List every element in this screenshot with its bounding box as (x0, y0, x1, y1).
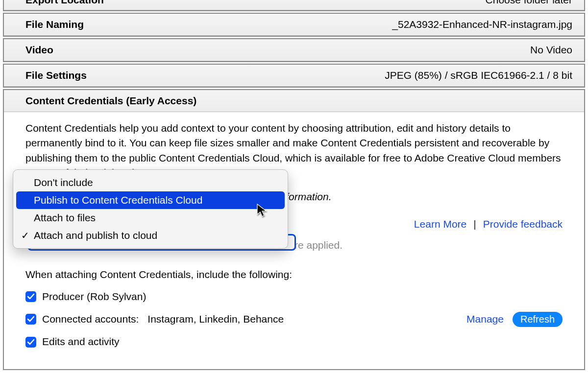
panel-export-location: Export Location Choose folder later (3, 0, 585, 11)
edits-activity-label: Edits and activity (42, 334, 120, 349)
check-icon (27, 293, 35, 301)
panel-video: Video No Video (3, 38, 585, 62)
connected-accounts-value: Instagram, Linkedin, Behance (147, 312, 284, 326)
connected-accounts-label: Connected accounts: (42, 312, 139, 326)
panel-header-export-location[interactable]: Export Location Choose folder later (4, 0, 584, 10)
checkbox-row-producer: Producer (Rob Sylvan) (25, 289, 563, 304)
menu-item-publish-cloud[interactable]: Publish to Content Credentials Cloud (16, 191, 285, 209)
panel-header-video[interactable]: Video No Video (4, 39, 584, 61)
panel-title: Video (25, 44, 53, 56)
checkbox-row-edits: Edits and activity (25, 334, 563, 349)
provide-feedback-link[interactable]: Provide feedback (483, 217, 563, 232)
checkbox-edits-activity[interactable] (25, 337, 36, 348)
cc-include-label: When attaching Content Credentials, incl… (25, 267, 563, 282)
menu-item-label: Publish to Content Credentials Cloud (34, 194, 202, 206)
panel-value: _52A3932-Enhanced-NR-instagram.jpg (392, 19, 572, 30)
menu-item-label: Attach and publish to cloud (34, 230, 157, 241)
menu-item-attach-publish[interactable]: ✓ Attach and publish to cloud (16, 227, 285, 244)
checkbox-row-connected: Connected accounts: Instagram, Linkedin,… (25, 312, 563, 326)
panel-header-file-settings[interactable]: File Settings JPEG (85%) / sRGB IEC61966… (4, 65, 584, 87)
learn-more-link[interactable]: Learn More (414, 217, 466, 232)
menu-item-label: Attach to files (34, 212, 96, 223)
panel-title: File Naming (25, 19, 84, 30)
checkbox-connected-accounts[interactable] (25, 314, 36, 325)
mouse-cursor-icon (257, 204, 269, 221)
menu-item-label: Don't include (34, 177, 93, 188)
panel-value: JPEG (85%) / sRGB IEC61966-2.1 / 8 bit (385, 70, 572, 81)
panel-title: Content Credentials (Early Access) (25, 95, 196, 107)
panel-header-file-naming[interactable]: File Naming _52A3932-Enhanced-NR-instagr… (4, 14, 584, 36)
checkbox-producer[interactable] (25, 291, 36, 302)
panel-value: Choose folder later (486, 0, 572, 6)
cc-mode-menu: Don't include Publish to Content Credent… (13, 169, 288, 249)
panel-file-settings: File Settings JPEG (85%) / sRGB IEC61966… (3, 64, 585, 88)
menu-item-attach-files[interactable]: Attach to files (16, 209, 285, 227)
check-icon (27, 338, 35, 346)
menu-item-dont-include[interactable]: Don't include (16, 174, 285, 191)
panel-header-content-credentials[interactable]: Content Credentials (Early Access) (4, 90, 584, 112)
link-divider: | (473, 217, 476, 232)
panel-title: File Settings (25, 70, 87, 81)
check-icon (27, 315, 35, 323)
refresh-button[interactable]: Refresh (513, 312, 563, 327)
producer-label: Producer (Rob Sylvan) (42, 289, 146, 304)
checkmark-icon: ✓ (21, 230, 29, 241)
panel-value: No Video (530, 44, 572, 56)
manage-link[interactable]: Manage (466, 312, 504, 326)
panel-file-naming: File Naming _52A3932-Enhanced-NR-instagr… (3, 13, 585, 37)
panel-title: Export Location (25, 0, 104, 6)
